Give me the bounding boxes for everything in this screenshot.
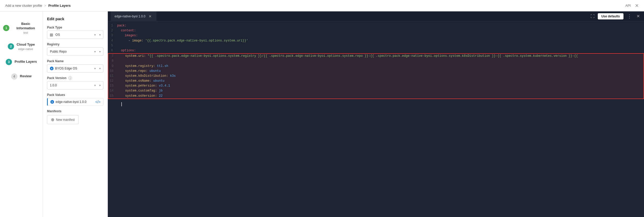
breadcrumb-current: Profile Layers bbox=[48, 4, 71, 8]
breadcrumb-separator: > bbox=[44, 4, 46, 8]
pack-type-select-wrapper[interactable]: OS ▾ bbox=[47, 31, 103, 39]
editor-tab-close-button[interactable]: ✕ bbox=[148, 14, 153, 19]
code-line-15: 15 system.osVersion: 22 bbox=[108, 94, 643, 99]
breadcrumb-prefix[interactable]: Add a new cluster profile bbox=[5, 4, 42, 8]
code-icon[interactable]: </> bbox=[95, 100, 101, 104]
highlighted-block: 7 system.uri: "{{ .spectro.pack.edge-nat… bbox=[108, 53, 644, 99]
pack-version-group: Pack Version i 1.0.0 ▾ bbox=[47, 76, 103, 89]
step-badge-1: 1 bbox=[3, 25, 9, 31]
new-manifest-label: New manifest bbox=[56, 118, 75, 122]
step-badge-3: 3 bbox=[6, 59, 12, 65]
pack-name-value: BYOS Edge OS bbox=[55, 67, 77, 70]
main-layout: 1 Basic Information test 2 Cloud Type ed… bbox=[0, 11, 644, 217]
manifests-group: Manifests ⊕ New manifest bbox=[47, 109, 103, 124]
api-link[interactable]: API bbox=[625, 4, 631, 8]
pack-type-value: OS bbox=[55, 33, 60, 37]
steps-sidebar: 1 Basic Information test 2 Cloud Type ed… bbox=[0, 11, 43, 217]
step-review[interactable]: 4 Review bbox=[0, 69, 43, 84]
code-line-13: 13 system.peVersion: v3.4.1 bbox=[108, 83, 643, 88]
use-defaults-button[interactable]: Use defaults bbox=[598, 13, 623, 19]
cursor bbox=[121, 102, 122, 106]
pack-values-row: B edge-native-byoi 1.0.0 </> bbox=[47, 98, 103, 106]
step-title-3: Profile Layers bbox=[15, 60, 37, 64]
code-line-2: 2 content: bbox=[108, 28, 644, 33]
pack-values-name: edge-native-byoi 1.0.0 bbox=[56, 100, 87, 104]
editor-tab-name: edge-native-byoi 1.0.0 bbox=[115, 15, 145, 18]
pack-values-icon: B bbox=[50, 100, 54, 104]
code-line-5: 5 bbox=[108, 43, 644, 48]
pack-name-select-wrapper[interactable]: B BYOS Edge OS ▾ bbox=[47, 64, 103, 73]
pack-version-info-icon[interactable]: i bbox=[68, 76, 72, 80]
svg-text:B: B bbox=[51, 101, 53, 103]
byos-icon: B bbox=[50, 67, 54, 70]
code-line-7: 7 system.uri: "{{ .spectro.pack.edge-nat… bbox=[108, 54, 643, 59]
step-title-4: Review bbox=[20, 74, 32, 79]
step-badge-4: 4 bbox=[11, 73, 17, 80]
pack-values-name-row: B edge-native-byoi 1.0.0 bbox=[50, 100, 87, 104]
expand-icon-button[interactable]: ⛶ bbox=[589, 13, 596, 20]
step-subtitle-1: test bbox=[12, 31, 39, 34]
pack-type-label: Pack Type bbox=[47, 26, 103, 29]
step-profile-layers[interactable]: 3 Profile Layers bbox=[0, 55, 43, 69]
pack-values-group: Pack Values B edge-native-byoi 1.0.0 </> bbox=[47, 93, 103, 106]
registry-value: Public Repo bbox=[50, 50, 67, 53]
pack-name-label: Pack Name bbox=[47, 59, 103, 63]
code-line-6: 6 options: bbox=[108, 48, 644, 53]
editor-area: edge-native-byoi 1.0.0 ✕ ⛶ Use defaults … bbox=[108, 11, 644, 217]
code-line-12: 12 system.osName: ubuntu bbox=[108, 79, 643, 83]
code-line-11: 11 system.k8sDistribution: k3s bbox=[108, 74, 643, 79]
registry-select-wrapper[interactable]: Public Repo ▾ bbox=[47, 47, 103, 56]
breadcrumb: Add a new cluster profile > Profile Laye… bbox=[5, 4, 71, 8]
step-basic-info[interactable]: 1 Basic Information test bbox=[0, 18, 43, 38]
pack-type-group: Pack Type OS ▾ bbox=[47, 26, 103, 39]
code-line-3: 3 images: bbox=[108, 33, 644, 38]
editor-tab-bar: edge-native-byoi 1.0.0 ✕ ⛶ Use defaults … bbox=[108, 11, 644, 21]
close-button[interactable]: ✕ bbox=[635, 3, 639, 8]
pack-name-group: Pack Name B BYOS Edge OS ▾ bbox=[47, 59, 103, 73]
registry-label: Registry bbox=[47, 43, 103, 46]
step-title-2: Cloud Type bbox=[17, 43, 35, 47]
step-subtitle-2: edge-native bbox=[17, 47, 35, 51]
code-line-1: 1 pack: bbox=[108, 23, 644, 28]
code-line-10: 10 system.repo: ubuntu bbox=[108, 69, 643, 74]
code-line-8: 8 bbox=[108, 59, 643, 64]
pack-version-display[interactable]: 1.0.0 ▾ bbox=[47, 81, 103, 89]
step-cloud-type[interactable]: 2 Cloud Type edge-native bbox=[0, 38, 43, 55]
new-manifest-plus-icon: ⊕ bbox=[51, 117, 54, 122]
more-options-button[interactable]: ⋮ bbox=[626, 12, 633, 20]
new-manifest-button[interactable]: ⊕ New manifest bbox=[47, 115, 79, 124]
code-line-14: 14 system.customTag: jb bbox=[108, 88, 643, 93]
pack-version-select-wrapper[interactable]: 1.0.0 ▾ bbox=[47, 81, 103, 89]
pack-values-label: Pack Values bbox=[47, 93, 103, 97]
step-title-1: Basic Information bbox=[12, 22, 39, 31]
pack-name-display[interactable]: B BYOS Edge OS ▾ bbox=[47, 64, 103, 73]
registry-display[interactable]: Public Repo ▾ bbox=[47, 47, 103, 56]
pack-version-value: 1.0.0 bbox=[50, 83, 57, 87]
pack-type-display[interactable]: OS ▾ bbox=[47, 31, 103, 39]
edit-pack-title: Edit pack bbox=[47, 17, 103, 21]
registry-group: Registry Public Repo ▾ bbox=[47, 43, 103, 56]
header-actions: API ✕ bbox=[625, 3, 639, 8]
editor-tab[interactable]: edge-native-byoi 1.0.0 ✕ bbox=[111, 11, 156, 21]
pack-version-label: Pack Version i bbox=[47, 76, 103, 80]
step-badge-2: 2 bbox=[8, 43, 14, 50]
code-line-9: 9 system.registry: ttl.sh bbox=[108, 64, 643, 69]
editor-actions: ⛶ Use defaults ⋮ ✕ bbox=[589, 12, 641, 20]
top-header: Add a new cluster profile > Profile Laye… bbox=[0, 0, 644, 11]
code-line-4: 4 - image: '{{.spectro.pack.edge-native-… bbox=[108, 38, 644, 43]
editor-close-button[interactable]: ✕ bbox=[635, 13, 641, 19]
edit-pack-panel: Edit pack Pack Type OS ▾ Registry Public… bbox=[43, 11, 108, 217]
manifests-label: Manifests bbox=[47, 109, 103, 113]
code-editor[interactable]: 1 pack: 2 content: 3 images: 4 - image: … bbox=[108, 21, 644, 217]
editor-empty-area[interactable] bbox=[108, 99, 644, 151]
svg-text:B: B bbox=[51, 68, 52, 69]
